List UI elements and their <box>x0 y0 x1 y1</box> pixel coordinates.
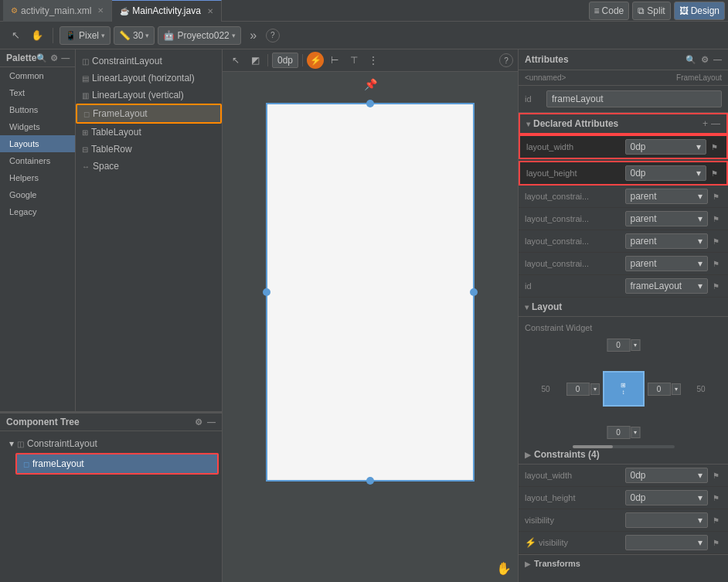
attr-height-flag-btn[interactable]: ⚑ <box>708 167 720 179</box>
attr-id-attr-dropdown[interactable]: frameLayout ▾ <box>625 278 709 294</box>
layout-section-header[interactable]: ▾ Layout <box>519 298 728 317</box>
palette-item-helpers[interactable]: Helpers <box>0 169 75 186</box>
project-dropdown[interactable]: 🤖 Proyecto022 ▾ <box>158 26 240 45</box>
code-icon: ≡ <box>594 5 600 16</box>
attr-constrain3-dropdown[interactable]: parent ▾ <box>625 233 709 249</box>
left-dropdown-arrow[interactable]: ▾ <box>590 383 600 395</box>
attr-search-icon[interactable]: 🔍 <box>685 55 696 65</box>
tab-java[interactable]: ☕ MainActivity.java ✕ <box>112 0 221 22</box>
search-icon[interactable]: 🔍 <box>36 53 47 63</box>
cursor-btn[interactable]: ↖ <box>227 52 244 69</box>
list-item-tablerow[interactable]: ⊟ TableRow <box>76 141 222 158</box>
attr-width-flag-btn[interactable]: ⚑ <box>708 141 720 153</box>
transforms-section-header[interactable]: ▶ Transforms <box>519 554 728 572</box>
constraint-bottom[interactable]: 0 ▾ <box>607 426 640 439</box>
attr-layout-width-dropdown[interactable]: 0dp ▾ <box>625 139 707 155</box>
design-btn[interactable]: 🖼 Design <box>674 2 725 20</box>
attr-id-flag-btn[interactable]: ⚑ <box>709 280 722 292</box>
palette-item-containers[interactable]: Containers <box>0 152 75 169</box>
zoom-dropdown[interactable]: 📏 30 ▾ <box>114 26 155 45</box>
handle-right[interactable] <box>470 288 478 296</box>
top-dropdown-arrow[interactable]: ▾ <box>631 339 640 351</box>
tree-item-framelayout[interactable]: ◻ frameLayout <box>15 453 219 475</box>
attr-layout-height-dropdown[interactable]: 0dp ▾ <box>625 165 707 181</box>
palette-item-legacy[interactable]: Legacy <box>0 203 75 220</box>
tree-header: Component Tree ⚙ — <box>0 413 222 431</box>
split-btn[interactable]: ⧉ Split <box>632 2 670 20</box>
attr-gear-icon[interactable]: ⚙ <box>701 55 709 65</box>
attr-lh-flag-btn[interactable]: ⚑ <box>709 492 722 504</box>
attr-constrain2-wrapper: parent ▾ ⚑ <box>625 211 723 226</box>
attr-vis-flag-btn[interactable]: ⚑ <box>709 514 722 526</box>
attr-constrain1-dropdown[interactable]: parent ▾ <box>625 189 709 204</box>
tree-minimize-icon[interactable]: — <box>207 417 216 427</box>
help-btn[interactable]: ? <box>266 29 280 43</box>
tree-gear-icon[interactable]: ⚙ <box>195 417 202 427</box>
list-item-linearlayout-h[interactable]: ▤ LinearLayout (horizontal) <box>76 70 222 87</box>
attr-lw-flag-btn[interactable]: ⚑ <box>709 469 722 482</box>
attr-constrain4-dropdown[interactable]: parent ▾ <box>625 256 709 271</box>
attr-constrain2-dropdown[interactable]: parent ▾ <box>625 211 709 226</box>
layout-list: ◫ ConstraintLayout ▤ LinearLayout (horiz… <box>76 49 222 411</box>
palette-item-widgets[interactable]: Widgets <box>0 118 75 135</box>
list-item-linearlayout-v[interactable]: ▥ LinearLayout (vertical) <box>76 87 222 104</box>
tree-item-constraintlayout[interactable]: ▾ ◫ ConstraintLayout <box>3 434 219 453</box>
layout-arrow-icon: ▾ <box>525 303 529 311</box>
dp-input[interactable]: 0dp <box>272 53 298 68</box>
minimize-icon[interactable]: — <box>61 53 70 63</box>
palette-item-common[interactable]: Common <box>0 67 75 84</box>
list-item-space[interactable]: ↔ Space <box>76 158 222 175</box>
align-v-btn[interactable]: ⊤ <box>345 52 362 69</box>
attr-c3-flag-btn[interactable]: ⚑ <box>709 235 722 247</box>
attr-c1-flag-btn[interactable]: ⚑ <box>709 190 722 203</box>
chevron-down-icon12: ▾ <box>698 492 702 503</box>
device-frame[interactable] <box>266 103 475 482</box>
attr-c4-flag-btn[interactable]: ⚑ <box>709 257 722 270</box>
attr-id-input[interactable]: frameLayout <box>546 90 722 107</box>
canvas-help-btn[interactable]: ? <box>499 53 513 67</box>
attr-minimize-icon[interactable]: — <box>713 55 722 64</box>
right-dropdown-arrow[interactable]: ▾ <box>672 383 681 395</box>
attr-header-right: 🔍 ⚙ — <box>685 55 722 65</box>
handle-left[interactable] <box>263 288 270 296</box>
bottom-dropdown-arrow[interactable]: ▾ <box>631 427 640 438</box>
magic-btn[interactable]: ⚡ <box>307 52 324 69</box>
constraint-left[interactable]: 0 ▾ <box>566 383 600 396</box>
constraint-scrollbar[interactable] <box>573 445 675 448</box>
constraint-right[interactable]: 0 ▾ <box>648 383 681 396</box>
attr-vis2-flag-btn[interactable]: ⚑ <box>709 536 722 549</box>
handle-bottom[interactable] <box>366 477 374 485</box>
declared-section-header[interactable]: ▾ Declared Attributes + — <box>519 113 728 134</box>
add-icon[interactable]: + <box>702 118 708 129</box>
list-item-tablelayout[interactable]: ⊞ TableLayout <box>76 124 222 141</box>
more-btn[interactable]: » <box>244 26 263 45</box>
palette-categories: Palette 🔍 ⚙ — Common Text Buttons Widget… <box>0 49 76 411</box>
align-h-btn[interactable]: ⊢ <box>326 52 343 69</box>
list-item-constraintlayout[interactable]: ◫ ConstraintLayout <box>76 53 222 70</box>
palette-item-google[interactable]: Google <box>0 186 75 203</box>
tab-java-close[interactable]: ✕ <box>207 7 213 15</box>
constraint-top[interactable]: 0 ▾ <box>607 339 640 352</box>
attr-visibility-dropdown[interactable]: ▾ <box>625 512 709 528</box>
pan-btn[interactable]: ✋ <box>28 26 46 45</box>
select-btn[interactable]: ↖ <box>6 26 25 45</box>
attr-layout-type: FrameLayout <box>569 73 722 82</box>
handle-top[interactable] <box>366 100 374 107</box>
tab-xml-close[interactable]: ✕ <box>97 6 104 15</box>
distribute-btn[interactable]: ⋮ <box>365 52 382 69</box>
palette-item-buttons[interactable]: Buttons <box>0 101 75 118</box>
attr-lw-dropdown[interactable]: 0dp ▾ <box>625 468 709 483</box>
blueprint-btn[interactable]: ◩ <box>247 52 264 69</box>
attr-lh-dropdown[interactable]: 0dp ▾ <box>625 490 709 505</box>
attr-visibility2-dropdown[interactable]: ▾ <box>625 535 709 550</box>
palette-item-layouts[interactable]: Layouts <box>0 135 75 152</box>
palette-item-text[interactable]: Text <box>0 84 75 101</box>
code-btn[interactable]: ≡ Code <box>589 2 630 20</box>
canvas-sep2 <box>302 54 303 66</box>
remove-icon[interactable]: — <box>711 118 720 129</box>
list-item-framelayout[interactable]: ◻ FrameLayout <box>76 104 222 124</box>
tab-xml[interactable]: ⚙ activity_main.xml ✕ <box>3 0 112 22</box>
attr-c2-flag-btn[interactable]: ⚑ <box>709 213 722 225</box>
device-dropdown[interactable]: 📱 Pixel ▾ <box>60 26 111 45</box>
gear-icon[interactable]: ⚙ <box>50 53 58 63</box>
